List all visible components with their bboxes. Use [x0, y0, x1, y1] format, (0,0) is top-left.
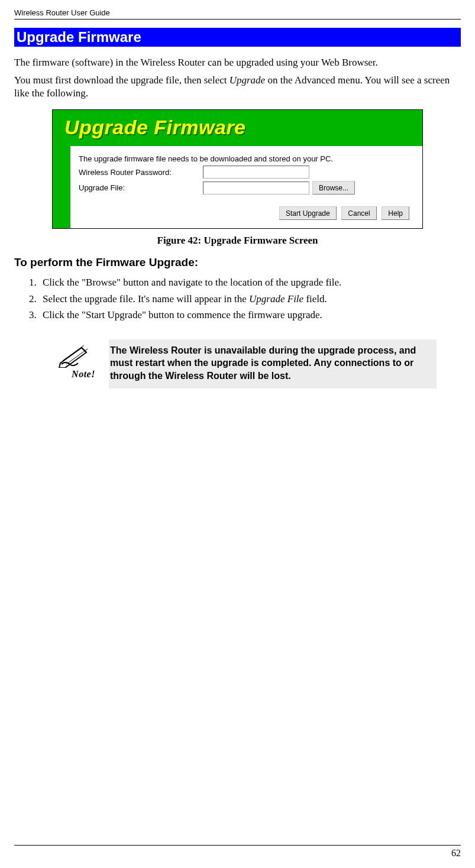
note-block: Note! The Wireless Router is unavailable… [58, 339, 437, 388]
screenshot-banner: Upgrade Firmware [53, 110, 422, 146]
screenshot-banner-title: Upgrade Firmware [64, 116, 246, 138]
note-label: Note! [58, 369, 109, 380]
intro-paragraph-1: The firmware (software) in the Wireless … [14, 56, 461, 69]
start-upgrade-button[interactable]: Start Upgrade [279, 206, 337, 220]
screenshot-button-row: Start Upgrade Cancel Help [79, 206, 414, 220]
figure-caption: Figure 42: Upgrade Firmware Screen [14, 235, 461, 247]
firmware-screenshot: Upgrade Firmware The upgrade firmware fi… [52, 109, 423, 229]
note-text-wrap: The Wireless Router is unavailable durin… [109, 339, 437, 388]
footer-rule [14, 845, 461, 846]
section-title: Upgrade Firmware [14, 28, 461, 47]
page-number: 62 [14, 848, 461, 859]
cancel-button[interactable]: Cancel [341, 206, 376, 220]
step-3: Click the "Start Upgrade" button to comm… [39, 307, 461, 323]
note-icon-wrap: Note! [58, 339, 109, 388]
intro-paragraph-2: You must first download the upgrade file… [14, 74, 461, 100]
pencil-icon [58, 344, 91, 368]
browse-button[interactable]: Browse... [312, 181, 355, 195]
step-2-italic: Upgrade File [249, 293, 303, 305]
password-input[interactable] [203, 166, 309, 179]
password-label: Wireless Router Password: [79, 168, 203, 177]
note-text: The Wireless Router is unavailable durin… [110, 344, 426, 383]
help-button[interactable]: Help [382, 206, 409, 220]
page-footer: 62 [14, 845, 461, 859]
screenshot-body: The upgrade firmware file needs to be do… [53, 146, 422, 228]
step-1: Click the "Browse" button and navigate t… [39, 275, 461, 290]
header-rule [14, 19, 461, 20]
para2-part-a: You must first download the upgrade file… [14, 75, 230, 86]
steps-list: Click the "Browse" button and navigate t… [14, 275, 461, 323]
screenshot-content: The upgrade firmware file needs to be do… [70, 146, 422, 228]
screenshot-instruction: The upgrade firmware file needs to be do… [79, 154, 333, 163]
step-2: Select the upgrade file. It's name will … [39, 292, 461, 307]
step-2-a: Select the upgrade file. It's name will … [43, 293, 249, 305]
upgrade-file-input[interactable] [203, 182, 309, 195]
para2-italic: Upgrade [230, 75, 265, 86]
subheading: To perform the Firmware Upgrade: [14, 256, 461, 269]
doc-header: Wireless Router User Guide [14, 8, 461, 17]
step-2-b: field. [303, 293, 327, 305]
screenshot-left-stripe [53, 146, 70, 228]
upgrade-file-label: Upgrade File: [79, 183, 203, 192]
